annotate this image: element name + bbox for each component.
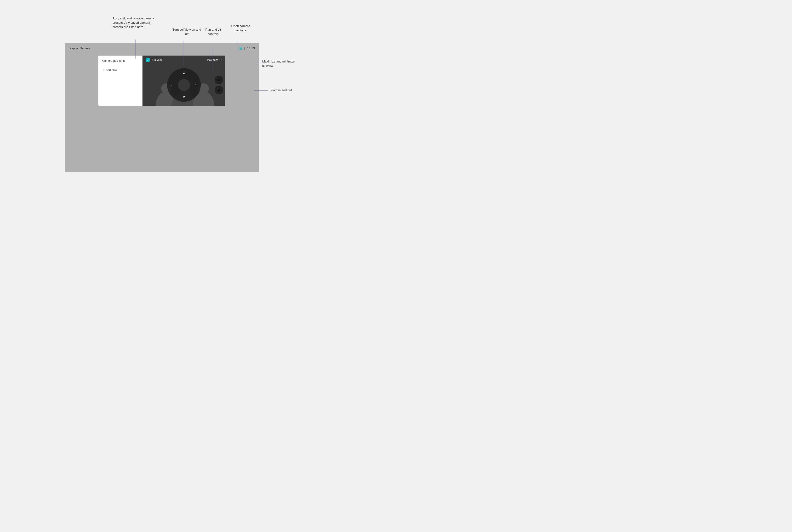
camera-icon[interactable]: ⊞ <box>239 46 242 51</box>
selfview-panel: ✓ Selfview Maximize ⤢ <box>143 56 225 106</box>
pan-tilt-center <box>178 79 190 91</box>
selfview-label: Selfview <box>152 58 163 61</box>
zoom-out-button[interactable]: − <box>214 86 223 94</box>
clock: 14:13 <box>247 46 255 50</box>
topbar-right: ⊞ | 14:13 <box>239 46 255 51</box>
panel-container: Camera positions + Add new ✓ Selfview <box>98 56 225 106</box>
pan-down-button[interactable]: ∨ <box>182 95 186 99</box>
selfview-header: ✓ Selfview Maximize ⤢ <box>143 56 225 64</box>
display-name-area[interactable]: Display Name › <box>69 46 90 50</box>
chevron-icon: › <box>89 46 90 50</box>
display-name-text: Display Name <box>69 46 88 50</box>
separator: | <box>244 46 245 50</box>
device-screen: Display Name › ⊞ | 14:13 Camera position… <box>65 43 259 172</box>
device-topbar: Display Name › ⊞ | 14:13 <box>65 43 259 53</box>
annotation-camera-presets: Add, edit, and remove camera presets. An… <box>113 16 161 30</box>
maximize-icon: ⤢ <box>219 58 222 61</box>
add-icon: + <box>102 68 104 72</box>
check-icon: ✓ <box>147 59 149 61</box>
add-new-label: Add new <box>106 68 117 72</box>
pan-up-button[interactable]: ∧ <box>182 71 186 75</box>
maximize-button[interactable]: Maximize ⤢ <box>207 58 222 61</box>
pan-left-button[interactable]: ‹ <box>170 82 174 88</box>
camera-positions-header: Camera positions <box>98 56 142 65</box>
add-new-button[interactable]: + Add new <box>98 65 142 75</box>
pan-tilt-control[interactable]: ∧ ∨ ‹ › <box>167 68 201 102</box>
camera-preview: ∧ ∨ ‹ › <box>143 64 225 106</box>
pan-right-button[interactable]: › <box>193 82 198 88</box>
zoom-in-button[interactable]: + <box>214 76 223 84</box>
annotation-selfview-toggle: Turn selfview on and off <box>172 27 201 36</box>
annotation-pan-tilt: Pan and tilt controls <box>202 27 224 36</box>
annotation-maximize: Maximize and minimize selfview <box>262 59 301 68</box>
zoom-controls: + − <box>214 76 223 94</box>
maximize-label: Maximize <box>207 58 218 61</box>
camera-positions-panel: Camera positions + Add new <box>98 56 143 106</box>
selfview-toggle-area[interactable]: ✓ Selfview <box>146 58 163 62</box>
selfview-checkbox[interactable]: ✓ <box>146 58 150 62</box>
annotation-zoom: Zoom in and out <box>269 88 301 92</box>
annotation-camera-settings: Open camera settings <box>227 24 254 33</box>
